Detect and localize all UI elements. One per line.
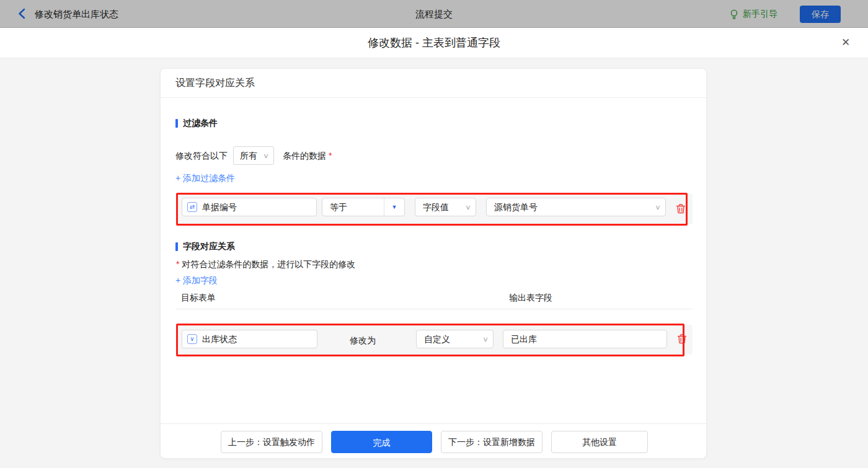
select-field-icon: ∨: [187, 334, 197, 344]
chevron-down-icon: ∨: [465, 198, 471, 216]
section-accent-bar: [175, 119, 178, 128]
close-icon[interactable]: ✕: [838, 35, 853, 50]
delete-mapping-icon[interactable]: [676, 333, 688, 345]
caret-down-icon[interactable]: ▼: [384, 198, 404, 216]
operator-select[interactable]: 等于 ▼: [322, 198, 405, 216]
chevron-down-icon: ∨: [263, 147, 269, 164]
delete-filter-icon[interactable]: [675, 203, 687, 215]
match-mode-select[interactable]: 所有 ∨: [233, 146, 274, 165]
change-to-label: 修改为: [350, 335, 376, 347]
chevron-down-icon: ∨: [655, 198, 661, 216]
other-settings-button[interactable]: 其他设置: [551, 431, 648, 453]
required-mark: *: [176, 259, 179, 269]
value-type-select[interactable]: 字段值 ∨: [415, 198, 476, 216]
field-mapping-panel: 设置字段对应关系 过滤条件 修改符合以下 所有 ∨ 条件的数据 * + 添加过滤…: [160, 68, 707, 459]
column-header-output-field: 输出表字段: [509, 293, 552, 304]
section-accent-bar: [175, 242, 178, 251]
mapping-section-title: 字段对应关系: [175, 241, 235, 252]
chevron-down-icon: ∨: [482, 330, 489, 348]
condition-suffix-label: 条件的数据 *: [283, 151, 332, 162]
modal-title: 修改数据 - 主表到普通字段: [0, 28, 868, 58]
prev-step-button[interactable]: 上一步：设置触发动作: [221, 431, 322, 453]
lightbulb-icon: [729, 9, 739, 20]
save-button[interactable]: 保存: [800, 6, 841, 23]
panel-header: 设置字段对应关系: [161, 69, 706, 98]
footer-divider: [161, 423, 706, 424]
custom-value-input[interactable]: 已出库: [503, 330, 667, 348]
target-field-input[interactable]: ∨ 出库状态: [182, 330, 317, 348]
next-step-button[interactable]: 下一步：设置新增数据: [441, 431, 542, 453]
add-filter-condition-link[interactable]: + 添加过滤条件: [175, 173, 235, 184]
value-field-select[interactable]: 源销货单号 ∨: [486, 198, 666, 216]
filter-section-title: 过滤条件: [175, 118, 218, 129]
condition-prefix-label: 修改符合以下: [175, 151, 228, 162]
column-header-target-form: 目标表单: [181, 293, 216, 304]
modal-header: 修改数据 - 主表到普通字段 ✕: [0, 28, 868, 58]
beginner-guide-button[interactable]: 新手引导: [729, 0, 777, 28]
value-mode-select[interactable]: 自定义 ∨: [416, 330, 494, 348]
add-field-link[interactable]: + 添加字段: [175, 275, 218, 286]
top-navigation-bar: 修改销货单出库状态 流程提交 新手引导 保存: [0, 0, 868, 28]
column-divider: [175, 309, 693, 309]
required-mark: *: [329, 151, 332, 161]
beginner-guide-label: 新手引导: [743, 9, 777, 20]
panel-header-title: 设置字段对应关系: [175, 69, 255, 97]
screen: 修改销货单出库状态 流程提交 新手引导 保存 修改数据 - 主表到普通字段 ✕ …: [0, 0, 868, 468]
done-button[interactable]: 完成: [331, 431, 432, 453]
serial-number-field-icon: ⇄: [187, 202, 197, 212]
mapping-description: * 对符合过滤条件的数据，进行以下字段的修改: [176, 259, 355, 270]
filter-field-input[interactable]: ⇄ 单据编号: [182, 198, 317, 216]
